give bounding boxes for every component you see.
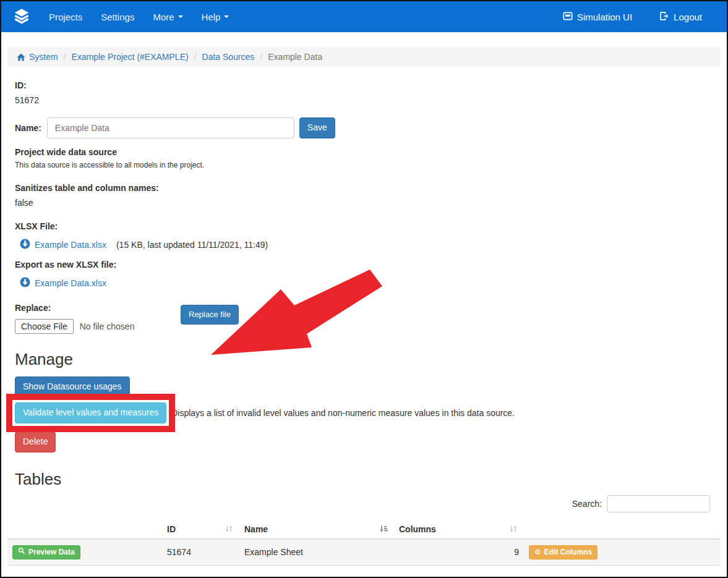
search-label: Search: xyxy=(572,499,602,509)
table-header-columns[interactable]: Columns xyxy=(394,520,524,539)
preview-data-button[interactable]: Preview Data xyxy=(12,545,80,559)
navbar-right: Simulation UI Logout xyxy=(554,11,711,23)
table-header-id-label: ID xyxy=(167,524,176,534)
simulation-ui-label: Simulation UI xyxy=(577,12,632,22)
table-header-id[interactable]: ID xyxy=(162,520,239,539)
delete-button[interactable]: Delete xyxy=(15,431,56,453)
choose-file-button[interactable]: Choose File xyxy=(15,319,74,334)
chevron-down-icon xyxy=(178,15,183,18)
download-icon xyxy=(20,239,30,251)
cell-id: 51674 xyxy=(162,539,239,566)
replace-file-button[interactable]: Replace file xyxy=(181,305,239,325)
sanitize-value: false xyxy=(15,198,713,208)
app-window: Projects Settings More Help Simulation U… xyxy=(0,0,728,578)
validate-description: Displays a list of invalid level values … xyxy=(171,408,515,418)
breadcrumb-data-sources[interactable]: Data Sources xyxy=(202,52,255,62)
preview-data-label: Preview Data xyxy=(28,547,75,558)
id-value: 51672 xyxy=(15,95,713,105)
nav-item-projects[interactable]: Projects xyxy=(40,12,92,22)
brand-logo[interactable] xyxy=(12,7,31,27)
search-input[interactable] xyxy=(607,495,710,512)
breadcrumb-separator: / xyxy=(254,52,268,62)
sanitize-label: Sanitizes table and column names: xyxy=(15,183,713,193)
manage-heading: Manage xyxy=(15,350,713,369)
nav-item-projects-label: Projects xyxy=(49,12,82,22)
breadcrumb-current: Example Data xyxy=(268,52,322,62)
sort-both-icon xyxy=(509,525,518,535)
table-header-actions xyxy=(7,520,162,539)
scope-description: This data source is accessible to all mo… xyxy=(15,161,713,169)
table-header-row: ID Name xyxy=(7,520,721,539)
name-label: Name: xyxy=(15,123,41,133)
search-icon xyxy=(18,547,25,558)
nav-item-help-label: Help xyxy=(202,12,221,22)
export-label: Export as new XLSX file: xyxy=(15,260,713,270)
table-header-name-label: Name xyxy=(244,524,268,534)
no-file-chosen-text: No file chosen xyxy=(80,321,135,331)
breadcrumb-project[interactable]: Example Project (#EXAMPLE) xyxy=(72,52,189,62)
nav-item-help[interactable]: Help xyxy=(192,12,239,22)
scope-title: Project wide data source xyxy=(15,147,713,157)
breadcrumb-separator: / xyxy=(58,52,72,62)
nav-item-more-label: More xyxy=(153,12,174,22)
chevron-down-icon xyxy=(224,15,229,18)
table-header-columns-label: Columns xyxy=(399,524,436,534)
name-input[interactable] xyxy=(47,117,294,138)
logout-icon xyxy=(659,11,669,23)
cell-name: Example Sheet xyxy=(239,539,394,566)
top-navbar: Projects Settings More Help Simulation U… xyxy=(1,1,727,32)
logout-label: Logout xyxy=(674,12,702,22)
tables-heading: Tables xyxy=(15,470,713,489)
edit-columns-label: Edit Columns xyxy=(544,547,592,558)
replace-label: Replace: xyxy=(15,303,713,313)
download-icon xyxy=(20,277,30,289)
cell-columns: 9 xyxy=(394,539,524,566)
table-header-name[interactable]: Name xyxy=(239,520,394,539)
xlsx-file-meta: (15 KB, last updated 11/11/2021, 11:49) xyxy=(116,240,268,250)
export-download-link[interactable]: Example Data.xlsx xyxy=(35,278,106,288)
breadcrumb-separator: / xyxy=(189,52,202,62)
edit-columns-button[interactable]: ⚙ Edit Columns xyxy=(529,545,597,559)
nav-item-more[interactable]: More xyxy=(143,12,192,22)
xlsx-file-label: XLSX File: xyxy=(15,221,713,231)
table-header-edit xyxy=(524,520,721,539)
breadcrumb: System / Example Project (#EXAMPLE) / Da… xyxy=(7,47,721,67)
layers-logo-icon xyxy=(12,7,31,27)
nav-item-settings[interactable]: Settings xyxy=(92,12,143,22)
home-icon xyxy=(17,53,25,61)
breadcrumb-system[interactable]: System xyxy=(29,52,58,62)
sort-amount-asc-icon xyxy=(379,525,388,535)
nav-item-settings-label: Settings xyxy=(101,12,134,22)
app-window-icon xyxy=(563,11,573,23)
annotation-highlight-box: Validate level values and measures xyxy=(6,394,175,432)
simulation-ui-link[interactable]: Simulation UI xyxy=(554,11,641,23)
tables-table: ID Name xyxy=(7,520,721,566)
logout-link[interactable]: Logout xyxy=(650,11,711,23)
xlsx-download-link[interactable]: Example Data.xlsx xyxy=(35,240,106,250)
table-row: Preview Data 51674 Example Sheet 9 ⚙ Edi… xyxy=(7,539,721,566)
gear-icon: ⚙ xyxy=(534,548,541,556)
save-button[interactable]: Save xyxy=(299,117,335,138)
id-label: ID: xyxy=(15,80,713,90)
validate-level-values-button[interactable]: Validate level values and measures xyxy=(15,402,166,423)
sort-both-icon xyxy=(225,525,233,535)
